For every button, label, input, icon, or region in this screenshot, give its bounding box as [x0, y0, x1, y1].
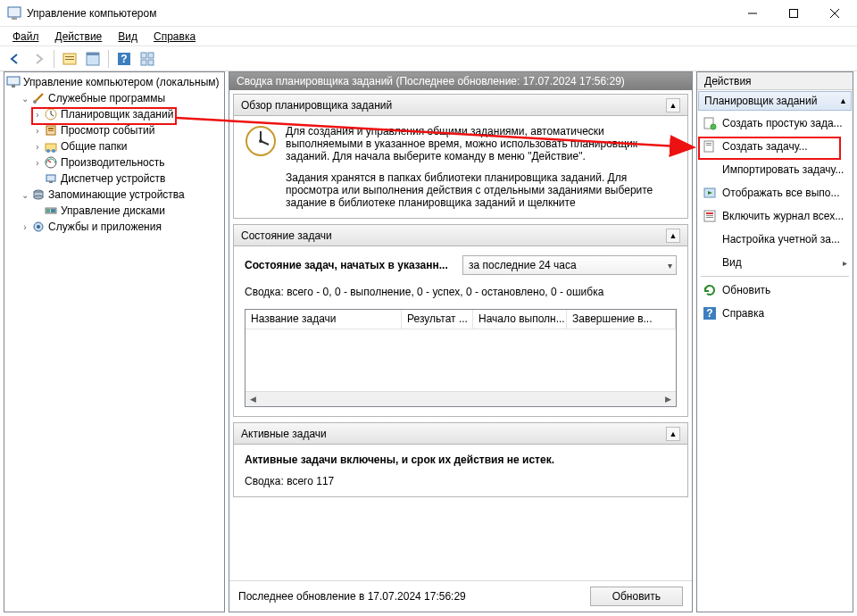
- svg-rect-7: [65, 56, 74, 57]
- svg-rect-1: [12, 17, 17, 20]
- group-title: Обзор планировщика заданий: [241, 99, 392, 112]
- svg-rect-37: [51, 209, 55, 212]
- horizontal-scrollbar[interactable]: ◀ ▶: [245, 391, 676, 406]
- active-summary: Сводка: всего 117: [245, 475, 677, 487]
- tree-shared-folders[interactable]: › Общие папки: [6, 138, 222, 154]
- maximize-button[interactable]: [773, 0, 814, 27]
- group-header-overview[interactable]: Обзор планировщика заданий ▲: [234, 95, 687, 116]
- collapse-icon[interactable]: ▲: [666, 229, 680, 243]
- svg-rect-13: [141, 53, 146, 58]
- details-header: Сводка планировщика заданий (Последнее о…: [229, 72, 692, 90]
- action-create-task[interactable]: Создать задачу...: [697, 135, 853, 158]
- help-toolbutton[interactable]: ?: [114, 49, 134, 69]
- col-name[interactable]: Название задачи: [245, 310, 402, 329]
- status-summary: Сводка: всего - 0, 0 - выполнение, 0 - у…: [245, 286, 677, 298]
- status-list[interactable]: Название задачи Результат ... Начало вып…: [245, 309, 677, 407]
- group-header-status[interactable]: Состояние задачи ▲: [234, 225, 687, 246]
- svg-rect-0: [8, 7, 21, 17]
- tree-system-tools[interactable]: ⌄ Служебные программы: [6, 90, 222, 106]
- action-enable-history[interactable]: Включить журнал всех...: [697, 204, 853, 228]
- tools-icon: [31, 91, 46, 105]
- expander-closed-icon[interactable]: ›: [31, 110, 44, 120]
- collapse-icon[interactable]: ▲: [666, 427, 680, 441]
- action-create-basic-task[interactable]: Создать простую зада...: [697, 112, 853, 135]
- action-label: Справка: [722, 307, 764, 320]
- history-icon: [703, 209, 717, 223]
- action-import-task[interactable]: Импортировать задачу...: [697, 158, 853, 181]
- tree-label: Диспетчер устройств: [61, 172, 165, 185]
- menu-action[interactable]: Действие: [48, 29, 110, 45]
- tree-storage[interactable]: ⌄ Запоминающие устройства: [6, 187, 222, 203]
- col-end[interactable]: Завершение в...: [567, 310, 676, 329]
- forward-button[interactable]: [29, 49, 48, 69]
- expander-open-icon[interactable]: ⌄: [19, 94, 31, 104]
- svg-rect-36: [46, 209, 50, 212]
- tree-label: Управление компьютером (локальным): [23, 76, 220, 88]
- tree-label: Службы и приложения: [48, 221, 162, 233]
- toolbutton-2[interactable]: [83, 49, 103, 69]
- group-header-active[interactable]: Активные задачи ▲: [234, 423, 687, 445]
- tree-root[interactable]: Управление компьютером (локальным): [6, 74, 222, 90]
- tree-label: Запоминающие устройства: [48, 188, 185, 201]
- titlebar: Управление компьютером: [0, 0, 857, 27]
- app-icon: [7, 6, 21, 21]
- action-label: Создать простую зада...: [722, 117, 843, 129]
- svg-rect-15: [141, 60, 146, 65]
- tree-label: Просмотр событий: [61, 124, 154, 137]
- svg-point-34: [34, 196, 43, 199]
- tree-disk-management[interactable]: › Управление дисками: [6, 203, 222, 219]
- expander-closed-icon[interactable]: ›: [31, 126, 44, 136]
- action-account-config[interactable]: Настройка учетной за...: [697, 228, 853, 251]
- minimize-button[interactable]: [732, 0, 773, 27]
- expander-closed-icon[interactable]: ›: [31, 158, 44, 168]
- active-text: Активные задачи включены, и срок их дейс…: [245, 454, 677, 466]
- menubar: Файл Действие Вид Справка: [0, 27, 857, 46]
- svg-rect-30: [46, 175, 55, 181]
- svg-rect-47: [706, 143, 711, 144]
- svg-point-28: [52, 149, 55, 153]
- svg-rect-17: [7, 77, 20, 85]
- svg-rect-10: [87, 53, 99, 55]
- expander-closed-icon[interactable]: ›: [19, 222, 31, 232]
- back-button[interactable]: [5, 49, 25, 69]
- menu-file[interactable]: Файл: [5, 29, 46, 45]
- tree-device-manager[interactable]: › Диспетчер устройств: [6, 171, 222, 187]
- svg-point-39: [37, 225, 40, 229]
- tree-event-viewer[interactable]: › Просмотр событий: [6, 122, 222, 138]
- details-scroll[interactable]: Обзор планировщика заданий ▲ Для создани…: [229, 90, 692, 580]
- toolbutton-1[interactable]: [60, 49, 79, 69]
- status-label: Состояние задач, начатых в указанн...: [245, 259, 455, 271]
- collapse-icon[interactable]: ▲: [839, 96, 847, 105]
- col-start[interactable]: Начало выполн...: [473, 310, 567, 329]
- clock-icon: [44, 107, 58, 121]
- menu-help[interactable]: Справка: [146, 29, 203, 45]
- action-label: Создать задачу...: [722, 140, 808, 153]
- action-refresh[interactable]: Обновить: [697, 279, 853, 302]
- tree-performance[interactable]: › Производительность: [6, 154, 222, 171]
- menu-view[interactable]: Вид: [111, 29, 145, 45]
- collapse-icon[interactable]: ▲: [666, 98, 680, 112]
- tree-task-scheduler[interactable]: › Планировщик заданий: [6, 106, 222, 122]
- toolbutton-3[interactable]: [137, 49, 157, 69]
- actions-section-title[interactable]: Планировщик заданий ▲: [698, 91, 852, 111]
- tree-services-apps[interactable]: › Службы и приложения: [6, 219, 222, 235]
- col-result[interactable]: Результат ...: [402, 310, 473, 329]
- svg-rect-46: [704, 141, 713, 152]
- expander-open-icon[interactable]: ⌄: [19, 190, 31, 200]
- action-show-running[interactable]: Отображать все выпо...: [697, 181, 853, 204]
- refresh-icon: [703, 283, 717, 297]
- action-view[interactable]: Вид: [697, 251, 853, 274]
- scroll-left-icon[interactable]: ◀: [245, 392, 261, 407]
- group-overview: Обзор планировщика заданий ▲ Для создани…: [233, 94, 688, 219]
- group-title: Состояние задачи: [241, 229, 332, 242]
- storage-icon: [31, 187, 46, 202]
- group-status: Состояние задачи ▲ Состояние задач, нача…: [233, 224, 688, 417]
- expander-closed-icon[interactable]: ›: [31, 142, 44, 152]
- refresh-button[interactable]: Обновить: [590, 587, 683, 606]
- svg-rect-16: [148, 60, 154, 65]
- scroll-right-icon[interactable]: ▶: [661, 392, 676, 407]
- action-help[interactable]: ? Справка: [697, 302, 853, 325]
- close-button[interactable]: [814, 0, 855, 27]
- status-period-combo[interactable]: за последние 24 часа: [462, 255, 677, 275]
- overview-p1: Для создания и управления общими задания…: [286, 125, 677, 162]
